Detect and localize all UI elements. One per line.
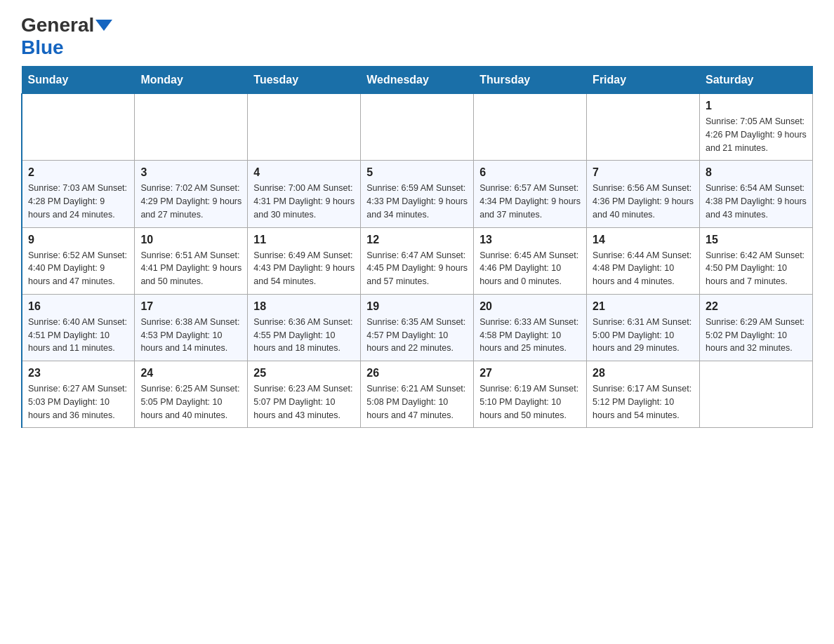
calendar-table: SundayMondayTuesdayWednesdayThursdayFrid… xyxy=(21,66,813,428)
calendar-cell: 16Sunrise: 6:40 AM Sunset: 4:51 PM Dayli… xyxy=(22,294,135,361)
calendar-cell xyxy=(587,94,700,161)
day-number: 8 xyxy=(706,166,807,179)
calendar-cell xyxy=(22,94,135,161)
calendar-cell: 22Sunrise: 6:29 AM Sunset: 5:02 PM Dayli… xyxy=(700,294,813,361)
day-info: Sunrise: 6:52 AM Sunset: 4:40 PM Dayligh… xyxy=(28,249,128,288)
day-info: Sunrise: 6:51 AM Sunset: 4:41 PM Dayligh… xyxy=(140,249,241,288)
day-info: Sunrise: 6:36 AM Sunset: 4:55 PM Dayligh… xyxy=(253,316,355,355)
day-info: Sunrise: 6:19 AM Sunset: 5:10 PM Dayligh… xyxy=(479,382,581,422)
calendar-cell: 23Sunrise: 6:27 AM Sunset: 5:03 PM Dayli… xyxy=(22,361,135,428)
day-info: Sunrise: 6:59 AM Sunset: 4:33 PM Dayligh… xyxy=(366,182,468,221)
day-number: 27 xyxy=(479,367,581,380)
weekday-header-thursday: Thursday xyxy=(474,67,587,94)
calendar-cell: 1Sunrise: 7:05 AM Sunset: 4:26 PM Daylig… xyxy=(700,94,813,161)
calendar-week-3: 9Sunrise: 6:52 AM Sunset: 4:40 PM Daylig… xyxy=(22,227,813,294)
calendar-cell: 17Sunrise: 6:38 AM Sunset: 4:53 PM Dayli… xyxy=(135,294,248,361)
day-info: Sunrise: 6:31 AM Sunset: 5:00 PM Dayligh… xyxy=(593,316,694,355)
calendar-cell: 14Sunrise: 6:44 AM Sunset: 4:48 PM Dayli… xyxy=(587,227,700,294)
day-number: 17 xyxy=(140,300,241,313)
calendar-cell: 24Sunrise: 6:25 AM Sunset: 5:05 PM Dayli… xyxy=(135,361,248,428)
day-number: 16 xyxy=(28,300,128,313)
day-info: Sunrise: 6:49 AM Sunset: 4:43 PM Dayligh… xyxy=(253,249,355,288)
calendar-cell: 21Sunrise: 6:31 AM Sunset: 5:00 PM Dayli… xyxy=(587,294,700,361)
day-info: Sunrise: 6:54 AM Sunset: 4:38 PM Dayligh… xyxy=(706,182,807,221)
day-number: 3 xyxy=(140,166,241,179)
day-number: 2 xyxy=(28,166,128,179)
day-info: Sunrise: 6:44 AM Sunset: 4:48 PM Dayligh… xyxy=(593,249,694,288)
day-number: 22 xyxy=(706,300,807,313)
day-number: 23 xyxy=(28,367,128,380)
day-info: Sunrise: 6:27 AM Sunset: 5:03 PM Dayligh… xyxy=(28,382,128,422)
day-number: 13 xyxy=(479,234,581,246)
calendar-cell xyxy=(361,94,474,161)
calendar-cell: 26Sunrise: 6:21 AM Sunset: 5:08 PM Dayli… xyxy=(361,361,474,428)
day-info: Sunrise: 6:29 AM Sunset: 5:02 PM Dayligh… xyxy=(706,316,807,355)
calendar-cell: 19Sunrise: 6:35 AM Sunset: 4:57 PM Dayli… xyxy=(361,294,474,361)
day-number: 24 xyxy=(140,367,241,380)
calendar-cell: 27Sunrise: 6:19 AM Sunset: 5:10 PM Dayli… xyxy=(474,361,587,428)
calendar-week-1: 1Sunrise: 7:05 AM Sunset: 4:26 PM Daylig… xyxy=(22,94,813,161)
calendar-cell: 15Sunrise: 6:42 AM Sunset: 4:50 PM Dayli… xyxy=(700,227,813,294)
calendar-cell xyxy=(700,361,813,428)
calendar-cell xyxy=(474,94,587,161)
calendar-cell: 18Sunrise: 6:36 AM Sunset: 4:55 PM Dayli… xyxy=(248,294,361,361)
weekday-header-tuesday: Tuesday xyxy=(248,67,361,94)
day-info: Sunrise: 6:42 AM Sunset: 4:50 PM Dayligh… xyxy=(706,249,807,288)
day-number: 20 xyxy=(479,300,581,313)
day-number: 28 xyxy=(593,367,694,380)
calendar-cell: 28Sunrise: 6:17 AM Sunset: 5:12 PM Dayli… xyxy=(587,361,700,428)
calendar-cell: 3Sunrise: 7:02 AM Sunset: 4:29 PM Daylig… xyxy=(135,161,248,227)
calendar-cell xyxy=(248,94,361,161)
day-number: 5 xyxy=(366,166,468,179)
logo-general-text: General xyxy=(21,14,94,36)
day-number: 26 xyxy=(366,367,468,380)
day-info: Sunrise: 6:35 AM Sunset: 4:57 PM Dayligh… xyxy=(366,316,468,355)
calendar-week-4: 16Sunrise: 6:40 AM Sunset: 4:51 PM Dayli… xyxy=(22,294,813,361)
calendar-cell: 8Sunrise: 6:54 AM Sunset: 4:38 PM Daylig… xyxy=(700,161,813,227)
day-info: Sunrise: 6:45 AM Sunset: 4:46 PM Dayligh… xyxy=(479,249,581,288)
day-number: 11 xyxy=(253,234,355,246)
weekday-header-monday: Monday xyxy=(135,67,248,94)
calendar-cell: 7Sunrise: 6:56 AM Sunset: 4:36 PM Daylig… xyxy=(587,161,700,227)
day-number: 25 xyxy=(253,367,355,380)
day-number: 10 xyxy=(140,234,241,246)
calendar-cell: 13Sunrise: 6:45 AM Sunset: 4:46 PM Dayli… xyxy=(474,227,587,294)
day-info: Sunrise: 7:03 AM Sunset: 4:28 PM Dayligh… xyxy=(28,182,128,221)
day-info: Sunrise: 7:02 AM Sunset: 4:29 PM Dayligh… xyxy=(140,182,241,221)
weekday-header-sunday: Sunday xyxy=(22,67,135,94)
logo-blue-text: Blue xyxy=(21,36,64,58)
calendar-cell: 6Sunrise: 6:57 AM Sunset: 4:34 PM Daylig… xyxy=(474,161,587,227)
day-info: Sunrise: 6:33 AM Sunset: 4:58 PM Dayligh… xyxy=(479,316,581,355)
calendar-week-5: 23Sunrise: 6:27 AM Sunset: 5:03 PM Dayli… xyxy=(22,361,813,428)
day-number: 18 xyxy=(253,300,355,313)
day-info: Sunrise: 6:23 AM Sunset: 5:07 PM Dayligh… xyxy=(253,382,355,422)
calendar-cell: 25Sunrise: 6:23 AM Sunset: 5:07 PM Dayli… xyxy=(248,361,361,428)
calendar-cell: 20Sunrise: 6:33 AM Sunset: 4:58 PM Dayli… xyxy=(474,294,587,361)
day-info: Sunrise: 6:17 AM Sunset: 5:12 PM Dayligh… xyxy=(593,382,694,422)
day-number: 6 xyxy=(479,166,581,179)
calendar-week-2: 2Sunrise: 7:03 AM Sunset: 4:28 PM Daylig… xyxy=(22,161,813,227)
weekday-header-row: SundayMondayTuesdayWednesdayThursdayFrid… xyxy=(22,67,813,94)
day-number: 9 xyxy=(28,234,128,246)
weekday-header-wednesday: Wednesday xyxy=(361,67,474,94)
calendar-cell: 11Sunrise: 6:49 AM Sunset: 4:43 PM Dayli… xyxy=(248,227,361,294)
day-info: Sunrise: 6:47 AM Sunset: 4:45 PM Dayligh… xyxy=(366,249,468,288)
day-number: 14 xyxy=(593,234,694,246)
logo: General Blue xyxy=(21,14,114,59)
weekday-header-friday: Friday xyxy=(587,67,700,94)
day-info: Sunrise: 6:40 AM Sunset: 4:51 PM Dayligh… xyxy=(28,316,128,355)
page-header: General Blue xyxy=(21,14,813,59)
calendar-cell: 10Sunrise: 6:51 AM Sunset: 4:41 PM Dayli… xyxy=(135,227,248,294)
calendar-cell: 12Sunrise: 6:47 AM Sunset: 4:45 PM Dayli… xyxy=(361,227,474,294)
day-info: Sunrise: 6:38 AM Sunset: 4:53 PM Dayligh… xyxy=(140,316,241,355)
day-number: 12 xyxy=(366,234,468,246)
day-number: 15 xyxy=(706,234,807,246)
calendar-cell: 2Sunrise: 7:03 AM Sunset: 4:28 PM Daylig… xyxy=(22,161,135,227)
day-info: Sunrise: 6:25 AM Sunset: 5:05 PM Dayligh… xyxy=(140,382,241,422)
logo-arrow-icon xyxy=(95,20,112,31)
calendar-cell: 5Sunrise: 6:59 AM Sunset: 4:33 PM Daylig… xyxy=(361,161,474,227)
calendar-cell: 9Sunrise: 6:52 AM Sunset: 4:40 PM Daylig… xyxy=(22,227,135,294)
day-info: Sunrise: 7:00 AM Sunset: 4:31 PM Dayligh… xyxy=(253,182,355,221)
day-number: 1 xyxy=(706,100,807,112)
calendar-cell: 4Sunrise: 7:00 AM Sunset: 4:31 PM Daylig… xyxy=(248,161,361,227)
